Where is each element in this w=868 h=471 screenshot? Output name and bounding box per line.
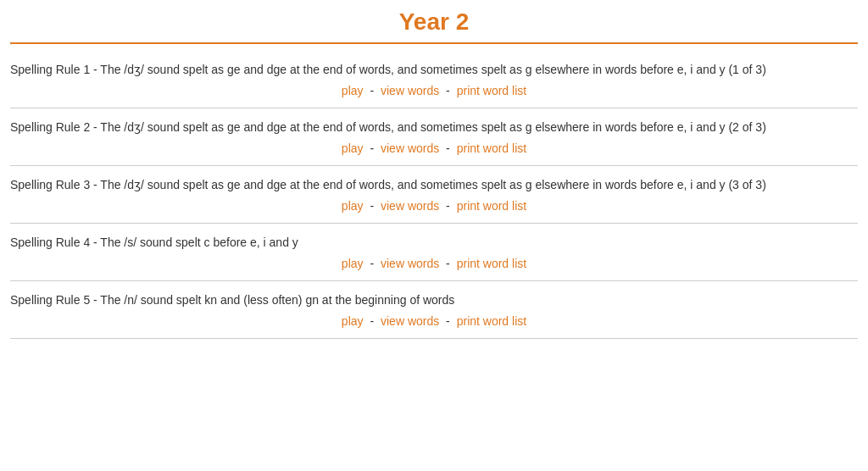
separator: - <box>367 84 377 97</box>
rule-actions-4: play - view words - print word list <box>10 257 858 270</box>
print-word-list-link-3[interactable]: print word list <box>457 199 526 213</box>
rule-section-5: Spelling Rule 5 - The /n/ sound spelt kn… <box>10 281 858 339</box>
print-word-list-link-5[interactable]: print word list <box>457 314 526 328</box>
separator: - <box>367 257 377 270</box>
play-link-4[interactable]: play <box>342 257 364 270</box>
print-word-list-link-4[interactable]: print word list <box>457 257 526 270</box>
rule-section-1: Spelling Rule 1 - The /dʒ/ sound spelt a… <box>10 51 858 108</box>
view-words-link-4[interactable]: view words <box>381 257 439 270</box>
separator: - <box>367 199 377 213</box>
rule-actions-1: play - view words - print word list <box>10 84 858 97</box>
print-word-list-link-1[interactable]: print word list <box>457 84 526 97</box>
play-link-5[interactable]: play <box>342 314 364 328</box>
rule-section-4: Spelling Rule 4 - The /s/ sound spelt c … <box>10 224 858 281</box>
view-words-link-1[interactable]: view words <box>381 84 439 97</box>
rule-description-5: Spelling Rule 5 - The /n/ sound spelt kn… <box>10 291 858 309</box>
separator: - <box>442 314 453 328</box>
rule-actions-3: play - view words - print word list <box>10 199 858 213</box>
separator: - <box>442 257 453 270</box>
rule-actions-2: play - view words - print word list <box>10 141 858 155</box>
separator: - <box>442 199 453 213</box>
page-title: Year 2 <box>10 8 858 44</box>
separator: - <box>442 84 453 97</box>
rule-actions-5: play - view words - print word list <box>10 314 858 328</box>
view-words-link-2[interactable]: view words <box>381 141 439 155</box>
rules-container: Spelling Rule 1 - The /dʒ/ sound spelt a… <box>10 51 858 339</box>
play-link-3[interactable]: play <box>342 199 364 213</box>
print-word-list-link-2[interactable]: print word list <box>457 141 526 155</box>
rule-description-4: Spelling Rule 4 - The /s/ sound spelt c … <box>10 234 858 252</box>
rule-description-3: Spelling Rule 3 - The /dʒ/ sound spelt a… <box>10 176 858 194</box>
page-container: Year 2 Spelling Rule 1 - The /dʒ/ sound … <box>2 0 866 347</box>
rule-description-2: Spelling Rule 2 - The /dʒ/ sound spelt a… <box>10 119 858 136</box>
separator: - <box>442 141 453 155</box>
rule-section-2: Spelling Rule 2 - The /dʒ/ sound spelt a… <box>10 108 858 166</box>
rule-description-1: Spelling Rule 1 - The /dʒ/ sound spelt a… <box>10 61 858 79</box>
separator: - <box>367 141 377 155</box>
rule-section-3: Spelling Rule 3 - The /dʒ/ sound spelt a… <box>10 166 858 224</box>
play-link-1[interactable]: play <box>342 84 364 97</box>
play-link-2[interactable]: play <box>342 141 364 155</box>
view-words-link-3[interactable]: view words <box>381 199 439 213</box>
view-words-link-5[interactable]: view words <box>381 314 439 328</box>
separator: - <box>367 314 377 328</box>
